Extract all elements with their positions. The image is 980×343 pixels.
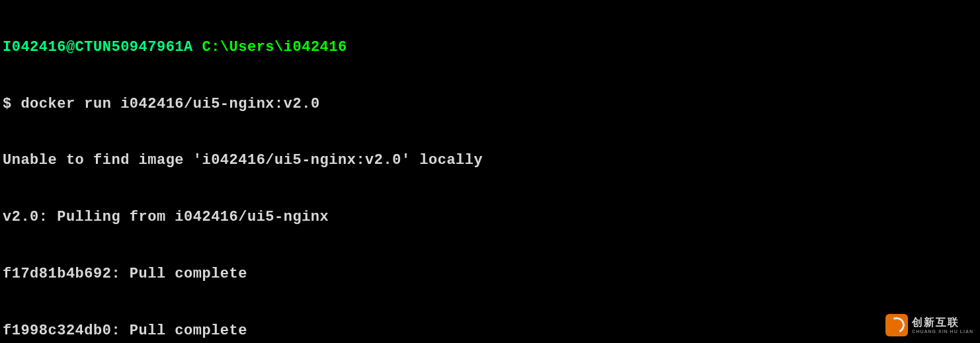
watermark-text-block: 创新互联 CHUANG XIN HU LIAN	[912, 317, 973, 334]
prompt-symbol: $	[3, 96, 12, 112]
watermark: 创新互联 CHUANG XIN HU LIAN	[885, 314, 973, 336]
prompt-line: I042416@CTUN50947961A C:\Users\i042416	[3, 34, 977, 62]
terminal-window[interactable]: I042416@CTUN50947961A C:\Users\i042416 $…	[3, 5, 977, 343]
output-line-layer1: f17d81b4b692: Pull complete	[3, 260, 977, 289]
prompt-path: C:\Users\i042416	[202, 39, 347, 56]
watermark-logo-icon	[885, 314, 908, 336]
command-line: $ docker run i042416/ui5-nginx:v2.0	[3, 91, 977, 119]
output-line-layer2: f1998c324db0: Pull complete	[3, 317, 977, 343]
output-line-unable: Unable to find image 'i042416/ui5-nginx:…	[3, 147, 977, 175]
prompt-user-host: I042416@CTUN50947961A	[3, 39, 193, 56]
watermark-main-text: 创新互联	[912, 317, 973, 328]
watermark-sub-text: CHUANG XIN HU LIAN	[912, 329, 973, 334]
command-text: docker run i042416/ui5-nginx:v2.0	[20, 96, 319, 112]
output-line-pulling: v2.0: Pulling from i042416/ui5-nginx	[3, 204, 977, 232]
